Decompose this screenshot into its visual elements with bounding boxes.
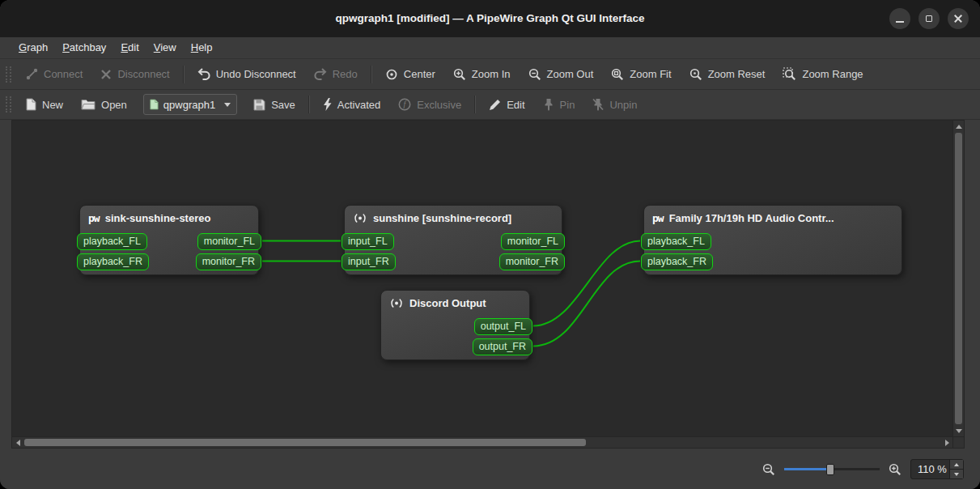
menu-patchbay[interactable]: Patchbay	[55, 37, 113, 58]
undo-disconnect-button[interactable]: Undo Disconnect	[189, 63, 305, 86]
pencil-icon	[489, 99, 501, 111]
vertical-scrollbar[interactable]	[952, 121, 964, 436]
spin-down-button[interactable]	[950, 469, 963, 478]
horizontal-scrollbar[interactable]	[12, 436, 952, 448]
maximize-icon	[926, 15, 932, 22]
toolbar-handle[interactable]	[6, 96, 11, 113]
arrow-up-icon	[956, 125, 962, 129]
port-input-fl[interactable]: input_FL	[342, 233, 394, 250]
statusbar: 110 %	[0, 449, 980, 489]
node-title: sink-sunshine-stereo	[105, 212, 211, 224]
zoom-out-button[interactable]: Zoom Out	[520, 63, 603, 86]
port-monitor-fl[interactable]: monitor_FL	[501, 233, 565, 250]
spin-buttons	[949, 460, 963, 478]
port-playback-fr[interactable]: playback_FR	[641, 253, 713, 270]
zoom-out-icon	[762, 463, 775, 476]
spin-up-button[interactable]	[950, 460, 963, 469]
chevron-down-icon	[224, 103, 231, 107]
patchbay-combobox-value: qpwgraph1	[163, 99, 215, 111]
canvas-area: pw sink-sunshine-stereo playback_FL play…	[0, 120, 980, 449]
node-discord-output[interactable]: Discord Output output_FL output_FR	[380, 290, 530, 360]
minimize-button[interactable]	[889, 8, 910, 29]
edit-toggle[interactable]: Edit	[480, 93, 533, 116]
node-header: sunshine [sunshine-record]	[345, 206, 562, 224]
node-header: Discord Output	[381, 291, 529, 309]
arrow-up-icon	[954, 463, 959, 466]
node-family-hd-audio[interactable]: pw Family 17h/19h HD Audio Contr... play…	[643, 205, 902, 275]
pipewire-icon: pw	[652, 212, 664, 224]
zoom-range-icon	[783, 67, 796, 81]
zoom-value[interactable]: 110 %	[918, 463, 947, 475]
toolbar-graph: Connect Disconnect Undo Disconnect Redo …	[0, 59, 980, 90]
arrow-left-icon	[16, 440, 20, 446]
port-playback-fr[interactable]: playback_FR	[77, 253, 149, 270]
center-button[interactable]: Center	[376, 63, 444, 86]
patchbay-combobox[interactable]: qpwgraph1	[143, 94, 237, 115]
app-window: qpwgraph1 [modified] — A PipeWire Graph …	[0, 0, 980, 489]
vertical-scroll-handle[interactable]	[955, 133, 962, 424]
activated-toggle[interactable]: Activated	[314, 93, 389, 116]
connect-button: Connect	[17, 63, 91, 86]
arrow-right-icon	[945, 440, 949, 446]
zoom-slider[interactable]	[784, 463, 880, 476]
save-button[interactable]: Save	[244, 93, 304, 116]
scroll-left-button[interactable]	[12, 437, 23, 449]
zoom-in-button[interactable]: Zoom In	[444, 63, 520, 86]
scroll-up-button[interactable]	[953, 121, 965, 132]
zoom-slider-handle[interactable]	[826, 464, 834, 475]
center-icon	[385, 68, 398, 81]
zoom-reset-button[interactable]: Zoom Reset	[681, 63, 774, 86]
toolbar-handle[interactable]	[6, 66, 11, 83]
zoom-out-icon	[528, 68, 541, 81]
node-sink-sunshine-stereo[interactable]: pw sink-sunshine-stereo playback_FL play…	[79, 205, 259, 275]
undo-icon	[197, 68, 210, 80]
zoom-fit-button[interactable]: Zoom Fit	[602, 63, 680, 86]
menu-graph[interactable]: Graph	[11, 37, 55, 58]
zoom-slider-track[interactable]	[830, 468, 880, 470]
graph-viewport[interactable]: pw sink-sunshine-stereo playback_FL play…	[12, 121, 952, 436]
zoom-slider-track-filled[interactable]	[784, 468, 830, 470]
pin-button: Pin	[534, 93, 584, 116]
scroll-down-button[interactable]	[953, 425, 965, 436]
scroll-right-button[interactable]	[941, 437, 952, 449]
zoom-reset-icon	[689, 68, 702, 81]
node-title: sunshine [sunshine-record]	[373, 212, 511, 224]
minimize-icon	[896, 21, 904, 23]
toolbar-separator	[183, 66, 185, 83]
close-button[interactable]	[948, 8, 969, 29]
arrow-down-icon	[954, 473, 959, 476]
menu-help[interactable]: Help	[184, 37, 220, 58]
port-playback-fl[interactable]: playback_FL	[641, 233, 711, 250]
toolbar-file: New Open qpwgraph1 Save Activated f Excl…	[0, 90, 980, 120]
titlebar[interactable]: qpwgraph1 [modified] — A PipeWire Graph …	[0, 0, 980, 37]
toolbar-separator	[474, 96, 476, 113]
menu-edit[interactable]: Edit	[113, 37, 146, 58]
maximize-button[interactable]	[918, 8, 940, 29]
window-title: qpwgraph1 [modified] — A PipeWire Graph …	[0, 12, 980, 24]
menu-view[interactable]: View	[146, 37, 184, 58]
zoom-range-button[interactable]: Zoom Range	[774, 63, 872, 86]
port-input-fr[interactable]: input_FR	[342, 253, 396, 270]
toolbar-separator	[371, 66, 372, 83]
open-folder-icon	[81, 99, 95, 110]
port-playback-fl[interactable]: playback_FL	[77, 233, 147, 250]
zoom-in-icon	[889, 463, 902, 476]
port-output-fr[interactable]: output_FR	[473, 338, 532, 355]
pin-icon	[543, 98, 554, 111]
horizontal-scroll-handle[interactable]	[24, 439, 586, 446]
audio-source-icon	[353, 213, 367, 223]
port-output-fl[interactable]: output_FL	[474, 318, 532, 335]
new-button[interactable]: New	[17, 93, 72, 116]
exclusive-icon: f	[398, 98, 411, 111]
node-header: pw sink-sunshine-stereo	[80, 206, 258, 224]
redo-button: Redo	[305, 63, 367, 86]
canvas-frame: pw sink-sunshine-stereo playback_FL play…	[11, 120, 965, 449]
port-monitor-fr[interactable]: monitor_FR	[499, 253, 565, 270]
open-button[interactable]: Open	[72, 93, 136, 116]
zoom-spinbox[interactable]: 110 %	[910, 459, 964, 479]
port-monitor-fl[interactable]: monitor_FL	[197, 233, 261, 250]
node-sunshine-record[interactable]: sunshine [sunshine-record] input_FL inpu…	[344, 205, 562, 275]
node-header: pw Family 17h/19h HD Audio Contr...	[644, 206, 902, 224]
new-document-icon	[26, 98, 36, 111]
port-monitor-fr[interactable]: monitor_FR	[196, 253, 261, 270]
